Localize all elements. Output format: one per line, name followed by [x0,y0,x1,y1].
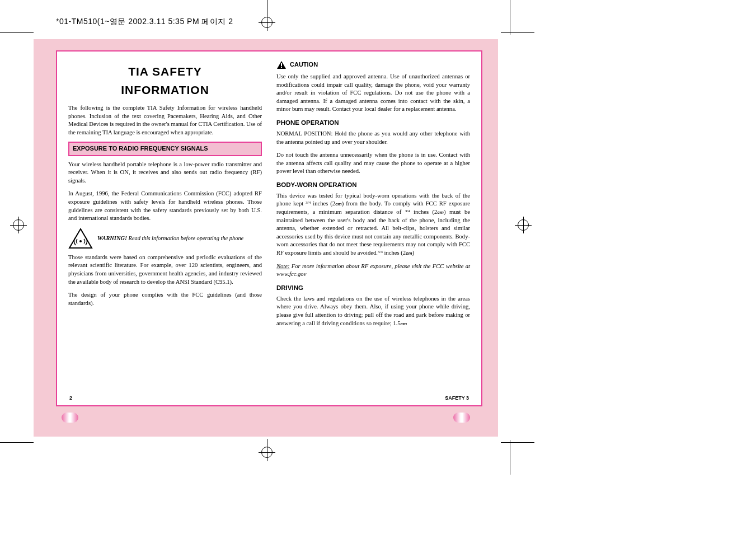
section-heading-driving: DRIVING [276,284,470,293]
right-column: CAUTION Use only the supplied and approv… [276,60,470,332]
crop-mark [501,442,534,443]
body-paragraph: The design of your phone complies with t… [68,291,262,307]
section-heading-exposure: EXPOSURE TO RADIO FREQUENCY SIGNALS [68,142,262,156]
caution-title: CAUTION [290,60,318,69]
body-paragraph: Use only the supplied and approved anten… [276,73,470,114]
body-paragraph: Those standards were based on comprehens… [68,254,262,286]
text-run: inches (2 [410,209,438,215]
section-heading-bodyworn: BODY-WORN OPERATION [276,181,470,190]
note-label: Note: [276,263,290,269]
crop-mark [0,32,34,33]
body-paragraph: Check the laws and regulations on the us… [276,295,470,327]
warning-bold: WARNING! [97,235,127,241]
section-heading-operation: PHONE OPERATION [276,119,470,128]
unit-cm: cm [401,321,407,326]
unit-cm: cm [437,210,444,215]
text-run: ) [412,250,415,256]
fraction: 3/4 [306,200,311,205]
body-paragraph: Do not touch the antenna unnecessarily w… [276,151,470,176]
text-run: inches (2 [311,200,335,207]
svg-rect-4 [281,67,282,68]
binding-tab-left [62,413,78,423]
page-spread: TIA SAFETY INFORMATION The following is … [56,50,482,406]
warning-callout: WARNING! Read this information before op… [68,228,262,249]
svg-marker-0 [69,229,92,248]
crop-mark [510,0,510,35]
warning-rest: Read this information before operating t… [127,235,243,241]
crop-mark [267,439,267,461]
body-paragraph: Your wireless handheld portable telephon… [68,161,262,185]
body-paragraph: In August, 1996, the Federal Communicati… [68,190,262,222]
page-number-right: SAFETY 3 [445,395,469,401]
title-line1: TIA SAFETY [68,64,262,80]
note-body: For more information about RF exposure, … [276,263,470,278]
svg-point-1 [79,240,82,242]
text-run: inches (2 [383,250,406,256]
text-run: Check the laws and regulations on the us… [276,296,470,326]
left-column: TIA SAFETY INFORMATION The following is … [68,60,262,312]
unit-cm: cm [335,202,342,207]
crop-mark [0,442,34,443]
title-line2: INFORMATION [68,82,262,99]
registration-mark-left [10,217,27,233]
bleed-area: TIA SAFETY INFORMATION The following is … [34,39,498,437]
crop-mark [267,0,267,22]
rf-warning-icon [68,228,93,249]
registration-mark-right [515,217,532,233]
fraction: 3/4 [378,250,383,254]
intro-paragraph: The following is the complete TIA Safety… [68,104,262,137]
svg-rect-3 [281,63,282,66]
body-paragraph: NORMAL POSITION: Hold the phone as you w… [276,130,470,146]
warning-text: WARNING! Read this information before op… [97,235,243,242]
crop-mark [510,440,510,475]
fraction: 3/4 [405,209,410,213]
source-header: *01-TM510(1~영문 2002.3.11 5:35 PM 페이지 2 [56,17,233,27]
note-paragraph: Note: For more information about RF expo… [276,263,470,279]
text-run: ) must be maintained between the user's … [276,209,470,256]
page-number-left: 2 [69,395,72,401]
crop-mark [501,32,534,33]
caution-block: CAUTION [276,60,470,69]
caution-icon [276,60,287,69]
unit-cm: cm [406,251,412,256]
binding-tab-right [453,413,470,423]
body-paragraph: This device was tested for typical body-… [276,192,470,257]
